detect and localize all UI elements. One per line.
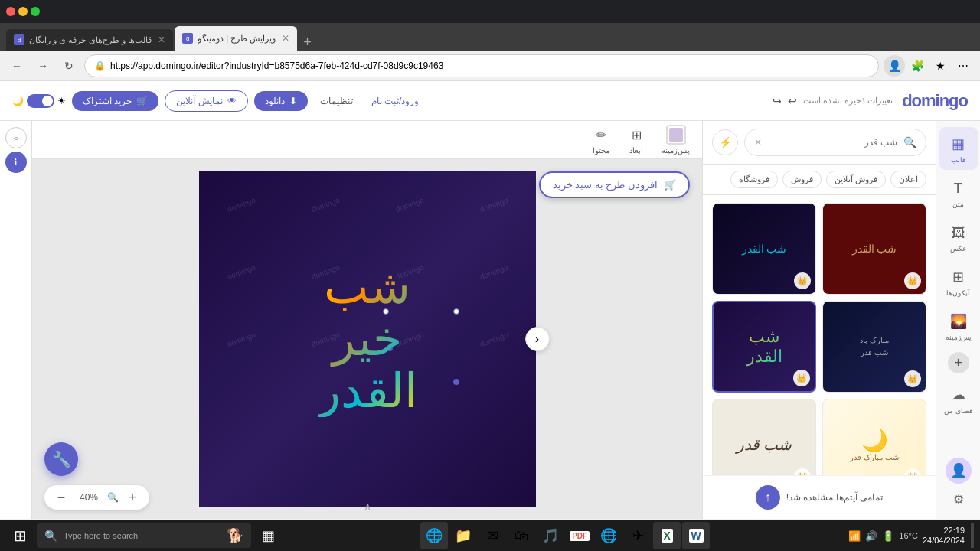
mail-icon: ✉	[487, 527, 498, 544]
float-action-button[interactable]: 🔧	[44, 442, 78, 476]
extensions-icon[interactable]: 🧩	[906, 55, 928, 77]
zoom-value: 40%	[75, 492, 103, 503]
taskbar-app-excel[interactable]: X	[653, 522, 681, 549]
search-input[interactable]	[768, 137, 897, 148]
share-button[interactable]: 🛒 خرید اشتراک	[72, 91, 158, 111]
taskbar-volume-icon[interactable]: 🔊	[865, 530, 877, 542]
taskbar-app-task-view[interactable]: ▦	[254, 522, 282, 549]
template-4-text: مبارک بادشب قدر	[854, 328, 895, 365]
taskbar-show-desktop[interactable]	[971, 523, 974, 548]
calligraphy-text: شبخيرالقدر	[318, 261, 417, 418]
taskbar-network-icon[interactable]: 📶	[848, 530, 861, 542]
text-tool-icon: T	[948, 178, 969, 199]
sidebar-tool-text[interactable]: T متن	[939, 171, 978, 214]
search-icon: 🔍	[903, 136, 916, 148]
refresh-button[interactable]: ↻	[58, 55, 80, 77]
settings-button[interactable]: تنظیمات	[314, 91, 359, 111]
browser-tab-active[interactable]: d ویرایش طرح | دومینگو ✕	[175, 26, 297, 51]
design-canvas[interactable]: domingo domingo domingo domingo domingo …	[199, 171, 536, 507]
category-tab-0[interactable]: اعلان	[890, 171, 926, 188]
sidebar-tool-myspace[interactable]: ☁ فضای من	[939, 378, 978, 421]
new-tab-button[interactable]: +	[299, 34, 316, 51]
unsaved-notice: تغییرات ذخیره نشده است	[803, 96, 893, 106]
taskbar-app-mail[interactable]: ✉	[479, 522, 506, 549]
tool-background[interactable]: پس‌زمینه	[662, 125, 690, 155]
zoom-in-button[interactable]: +	[123, 488, 142, 507]
category-tab-2[interactable]: فروش	[782, 171, 822, 188]
sidebar-settings[interactable]: ⚙	[948, 488, 969, 510]
browser-tab-inactive[interactable]: d قالب‌ها و طرح‌های حرفه‌ای و رایگان ✕	[6, 29, 173, 51]
zoom-out-button[interactable]: −	[52, 488, 70, 507]
taskbar-app-file[interactable]: 📁	[449, 522, 477, 549]
forward-button[interactable]: →	[32, 55, 54, 77]
windows-button[interactable]: ⊞	[6, 522, 34, 549]
template-card-3[interactable]: شبالقدر 👑	[712, 301, 816, 393]
taskbar-app-chrome[interactable]: 🌐	[595, 522, 622, 549]
favorites-icon[interactable]: ★	[929, 55, 951, 77]
browser-chrome	[0, 0, 980, 23]
canvas-area: 🛒 افزودن طرح به سبد خرید domingo domingo…	[32, 159, 702, 519]
tool-content[interactable]: ✏ محتوا	[591, 125, 611, 155]
panel-toggle-arrow[interactable]: ›	[525, 327, 550, 351]
sidebar-tool-template[interactable]: ▦ قالب	[939, 127, 978, 170]
left-tool-circle[interactable]: ○	[5, 127, 27, 148]
sidebar-add-button[interactable]: +	[948, 352, 969, 373]
share-label: خرید اشتراک	[83, 96, 132, 106]
zoom-search-button[interactable]: 🔍	[107, 492, 119, 503]
more-tools-icon[interactable]: ⋯	[952, 55, 974, 77]
taskbar-search[interactable]: 🔍 Type here to search 🐕	[37, 523, 251, 548]
tab-close-1[interactable]: ✕	[158, 34, 165, 45]
login-button[interactable]: ورود/ثبت نام	[365, 91, 426, 111]
taskbar-clock[interactable]: 22:19 24/04/2024	[923, 526, 965, 546]
taskbar-app-store[interactable]: 🛍	[508, 522, 535, 549]
taskbar-app-music[interactable]: 🎵	[537, 522, 564, 549]
tool-dimensions[interactable]: ⊞ ابعاد	[626, 125, 646, 155]
template-card-4[interactable]: مبارک بادشب قدر 👑	[822, 301, 926, 393]
back-button[interactable]: ←	[6, 55, 28, 77]
preview-button[interactable]: 👁 نمایش آنلاین	[165, 90, 247, 112]
watermark-8: domingo	[443, 226, 536, 318]
template-card-6[interactable]: 🌙 شب مبارک قدر 👑	[822, 399, 926, 475]
browser-control-close[interactable]	[6, 7, 15, 16]
sidebar-tool-bg[interactable]: 🌄 پس‌زمینه	[939, 305, 978, 347]
dark-mode-toggle[interactable]: ☀ 🌙	[12, 94, 66, 108]
template-card-1[interactable]: شب القدر 👑	[712, 203, 816, 295]
browser-control-min[interactable]	[18, 7, 28, 16]
taskbar-date: 24/04/2024	[923, 536, 965, 546]
taskbar-center-apps: 🌐 📁 ✉ 🛍 🎵 PDF 🌐 ✈ X W	[285, 522, 845, 549]
template-card-2[interactable]: شب القدر 👑	[822, 203, 926, 295]
clear-search-icon[interactable]: ✕	[754, 137, 762, 148]
template-6-content: 🌙 شب مبارک قدر	[844, 422, 905, 468]
taskbar-app-edge[interactable]: 🌐	[420, 522, 448, 549]
search-box[interactable]: 🔍 ✕	[744, 129, 926, 156]
url-input[interactable]	[110, 60, 869, 71]
sidebar-tool-icons[interactable]: ⊞ آیکون‌ها	[939, 260, 978, 303]
taskbar-app-pdf[interactable]: PDF	[566, 522, 593, 549]
undo-button[interactable]: ↩	[788, 95, 797, 107]
tab-favicon-1: d	[14, 34, 24, 45]
taskbar-app-telegram[interactable]: ✈	[624, 522, 652, 549]
url-bar[interactable]: 🔒	[84, 54, 879, 77]
download-label: دانلود	[265, 96, 285, 106]
browser-control-max[interactable]	[31, 7, 40, 16]
sidebar-avatar[interactable]: 👤	[946, 458, 972, 484]
template-panel: 🔍 ✕ ⚡ اعلان فروش آنلاین فروش فروشگاه	[702, 121, 936, 519]
download-button[interactable]: ⬇ دانلود	[254, 91, 308, 111]
filter-button[interactable]: ⚡	[712, 129, 738, 155]
sidebar-tool-image[interactable]: 🖼 عکس	[939, 216, 978, 259]
category-tab-3[interactable]: فروشگاه	[730, 171, 778, 188]
taskbar-battery-icon: 🔋	[882, 530, 894, 542]
load-more-section[interactable]: تمامی آیتم‌ها مشاهده شد! ↑	[703, 475, 936, 519]
nav-icons: 👤 🧩 ★ ⋯	[884, 55, 974, 77]
redo-button[interactable]: ↪	[773, 95, 782, 107]
template-card-5[interactable]: شب قدر 👑	[712, 399, 816, 475]
category-tab-1[interactable]: فروش آنلاین	[826, 171, 886, 188]
watermark-12: domingo	[443, 293, 536, 385]
left-info-icon[interactable]: ℹ	[5, 152, 27, 173]
template-5-text: شب قدر	[730, 429, 799, 460]
edge-icon: 🌐	[426, 527, 443, 544]
taskbar-app-word[interactable]: W	[682, 522, 710, 549]
add-to-cart-button[interactable]: 🛒 افزودن طرح به سبد خرید	[539, 171, 690, 198]
browser-profile[interactable]: 👤	[884, 55, 905, 77]
tab-close-2[interactable]: ✕	[282, 33, 289, 44]
